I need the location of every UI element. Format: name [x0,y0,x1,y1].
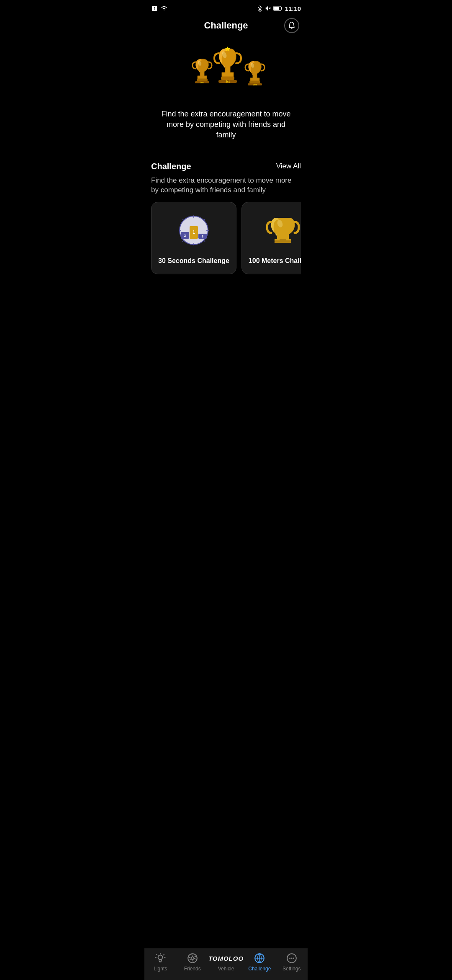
status-left-icons [151,5,168,12]
svg-rect-11 [221,77,234,80]
notifications-button[interactable] [284,18,299,33]
svg-rect-36 [275,240,291,243]
svg-text:2nd: 2nd [200,81,205,84]
status-right-icons: 11:10 [257,5,301,12]
svg-text:2: 2 [184,234,186,237]
trophy-section: 2nd 1st [144,36,308,153]
mute-icon [265,5,271,11]
challenge-cards-list: 2 1 3 30 Seconds Challenge [151,202,301,279]
challenge-section-title: Challenge [151,162,191,171]
wifi-icon [160,5,168,11]
bell-icon [288,21,296,30]
trophy-icon-container [262,212,301,250]
svg-rect-6 [274,7,279,10]
podium-icon-container: 2 1 3 [173,212,215,250]
svg-rect-35 [280,239,286,240]
time-display: 11:10 [285,5,301,12]
challenge-header: Challenge View All [151,162,301,171]
svg-text:1st: 1st [226,80,230,83]
svg-text:1: 1 [193,230,195,235]
podium-icon: 2 1 3 [175,214,213,248]
view-all-button[interactable]: View All [276,162,301,170]
svg-rect-2 [154,9,154,10]
challenge-section: Challenge View All Find the extra encour… [144,153,308,279]
card-label-30-seconds: 30 Seconds Challenge [158,257,229,266]
page-header: Challenge [144,15,308,36]
battery-icon [273,6,282,11]
trophies-svg: 2nd 1st [180,44,272,99]
trophy-image: 2nd 1st [180,44,272,99]
svg-text:3: 3 [202,235,204,238]
bluetooth-icon [257,5,262,12]
svg-text:3rd: 3rd [253,83,257,86]
trophy-description: Find the extra encouragement to move mor… [157,109,295,141]
status-bar: 11:10 [144,0,308,15]
card-label-100-meters: 100 Meters Challenge [249,257,301,266]
svg-rect-1 [154,7,154,9]
challenge-card-30-seconds[interactable]: 2 1 3 30 Seconds Challenge [151,202,236,274]
alert-icon [151,5,158,12]
challenge-card-100-meters[interactable]: 100 Meters Challenge [241,202,301,274]
page-title: Challenge [204,20,248,31]
trophy-icon [266,214,300,248]
challenge-description: Find the extra encouragement to move mor… [151,175,301,196]
